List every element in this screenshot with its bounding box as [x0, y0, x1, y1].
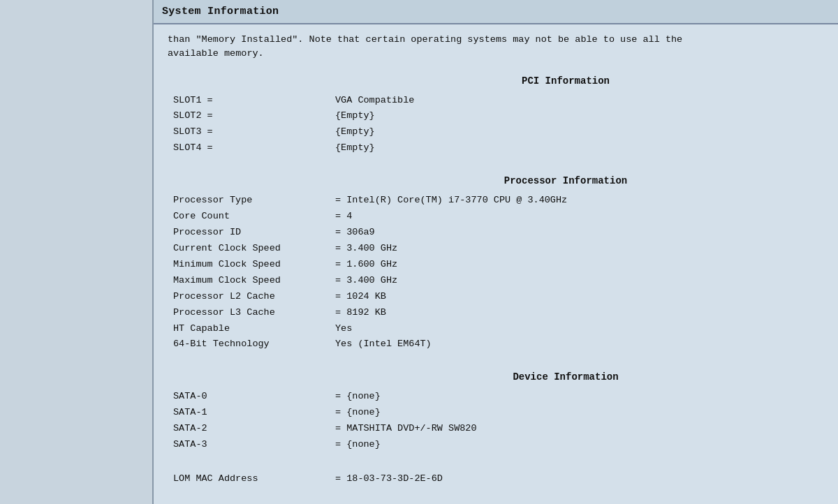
processor-row: Core Count = 4: [168, 209, 824, 224]
processor-row: 64-Bit Technology Yes (Intel EM64T): [168, 337, 824, 352]
pci-label: SLOT4 =: [168, 141, 335, 156]
device-heading: Device Information: [168, 371, 824, 383]
lom-row: LOM MAC Address = 18-03-73-3D-2E-6D: [168, 472, 824, 487]
processor-row: Processor Type = Intel(R) Core(TM) i7-37…: [168, 193, 824, 208]
processor-label: Current Clock Speed: [168, 242, 335, 256]
pci-table: SLOT1 = VGA Compatible SLOT2 = {Empty} S…: [168, 94, 824, 156]
device-label: SATA-3: [168, 438, 335, 452]
processor-label: Processor ID: [168, 225, 335, 240]
processor-row: Processor ID = 306a9: [168, 225, 824, 240]
processor-value: = 8192 KB: [335, 306, 824, 320]
device-table: SATA-0 = {none} SATA-1 = {none} SATA-2 =…: [168, 390, 824, 452]
pci-label: SLOT1 =: [168, 94, 335, 108]
processor-section: Processor Information Processor Type = I…: [168, 175, 824, 352]
pci-row: SLOT1 = VGA Compatible: [168, 94, 824, 108]
device-row: SATA-2 = MATSHITA DVD+/-RW SW820: [168, 422, 824, 436]
main-panel: System Information than "Memory Installe…: [154, 0, 838, 504]
processor-row: HT Capable Yes: [168, 322, 824, 336]
processor-label: Processor Type: [168, 193, 335, 208]
pci-heading: PCI Information: [168, 75, 824, 87]
processor-row: Maximum Clock Speed = 3.400 GHz: [168, 274, 824, 288]
content-area: than "Memory Installed". Note that certa…: [154, 24, 838, 504]
processor-value: = 4: [335, 209, 824, 224]
processor-label: Processor L3 Cache: [168, 306, 335, 320]
title-text: System Information: [162, 6, 279, 17]
pci-label: SLOT3 =: [168, 125, 335, 140]
device-label: SATA-1: [168, 406, 335, 420]
pci-value: {Empty}: [335, 141, 824, 156]
device-value: = MATSHITA DVD+/-RW SW820: [335, 422, 824, 436]
screen-container: System Information than "Memory Installe…: [0, 0, 838, 504]
device-label: SATA-0: [168, 390, 335, 404]
pci-value: {Empty}: [335, 125, 824, 140]
device-row: SATA-3 = {none}: [168, 438, 824, 452]
processor-label: Processor L2 Cache: [168, 290, 335, 304]
processor-label: 64-Bit Technology: [168, 337, 335, 352]
processor-label: Core Count: [168, 209, 335, 224]
processor-row: Processor L3 Cache = 8192 KB: [168, 306, 824, 320]
device-row: SATA-0 = {none}: [168, 390, 824, 404]
processor-label: HT Capable: [168, 322, 335, 336]
title-bar: System Information: [154, 0, 838, 24]
intro-line1: than "Memory Installed". Note that certa…: [168, 33, 824, 47]
processor-row: Current Clock Speed = 3.400 GHz: [168, 242, 824, 256]
pci-row: SLOT4 = {Empty}: [168, 141, 824, 156]
device-value: = {none}: [335, 390, 824, 404]
processor-value: = Intel(R) Core(TM) i7-3770 CPU @ 3.40GH…: [335, 193, 824, 208]
lom-section: LOM MAC Address = 18-03-73-3D-2E-6D: [168, 472, 824, 487]
processor-heading: Processor Information: [168, 175, 824, 186]
intro-line2: available memory.: [168, 47, 824, 61]
intro-text: than "Memory Installed". Note that certa…: [168, 33, 824, 61]
device-value: = {none}: [335, 438, 824, 452]
processor-value: = 1.600 GHz: [335, 258, 824, 272]
processor-value: = 3.400 GHz: [335, 274, 824, 288]
pci-section: PCI Information SLOT1 = VGA Compatible S…: [168, 75, 824, 156]
lom-label: LOM MAC Address: [168, 472, 335, 487]
processor-value: = 3.400 GHz: [335, 242, 824, 256]
left-panel: [0, 0, 154, 504]
pci-value: {Empty}: [335, 109, 824, 124]
lom-value: = 18-03-73-3D-2E-6D: [335, 472, 824, 487]
pci-row: SLOT3 = {Empty}: [168, 125, 824, 140]
device-row: SATA-1 = {none}: [168, 406, 824, 420]
device-value: = {none}: [335, 406, 824, 420]
processor-label: Maximum Clock Speed: [168, 274, 335, 288]
pci-label: SLOT2 =: [168, 109, 335, 124]
device-section: Device Information SATA-0 = {none} SATA-…: [168, 371, 824, 452]
processor-table: Processor Type = Intel(R) Core(TM) i7-37…: [168, 193, 824, 352]
processor-value: = 1024 KB: [335, 290, 824, 304]
processor-row: Minimum Clock Speed = 1.600 GHz: [168, 258, 824, 272]
processor-value: Yes: [335, 322, 824, 336]
processor-label: Minimum Clock Speed: [168, 258, 335, 272]
device-label: SATA-2: [168, 422, 335, 436]
processor-value: Yes (Intel EM64T): [335, 337, 824, 352]
pci-value: VGA Compatible: [335, 94, 824, 108]
processor-value: = 306a9: [335, 225, 824, 240]
pci-row: SLOT2 = {Empty}: [168, 109, 824, 124]
processor-row: Processor L2 Cache = 1024 KB: [168, 290, 824, 304]
